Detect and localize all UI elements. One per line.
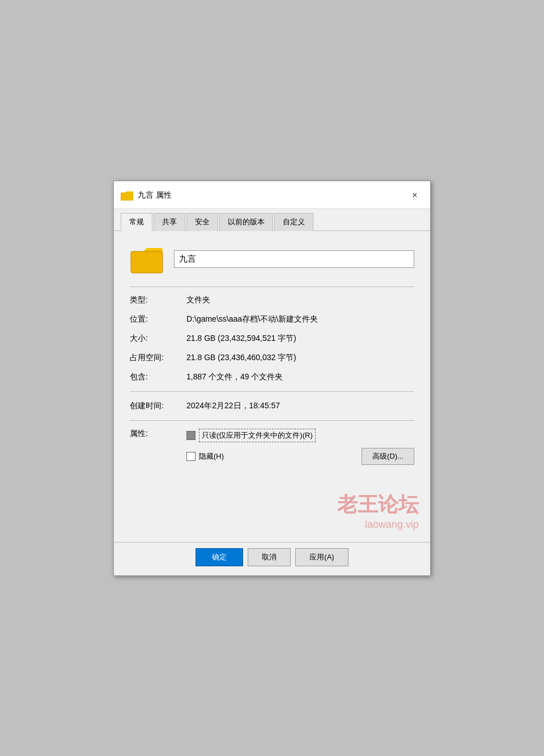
type-value: 文件夹	[186, 295, 414, 305]
readonly-checkbox-group: 只读(仅应用于文件夹中的文件)(R)	[186, 429, 316, 442]
properties-dialog: 九言 属性 × 常规 共享 安全 以前的版本 自定义	[113, 181, 431, 576]
cancel-button[interactable]: 取消	[248, 548, 291, 566]
hidden-checkbox[interactable]	[186, 452, 196, 461]
attr-label: 属性:	[130, 429, 186, 439]
created-label: 创建时间:	[130, 401, 186, 411]
ok-button[interactable]: 确定	[196, 548, 243, 566]
disk-row: 占用空间: 21.8 GB (23,436,460,032 字节)	[130, 353, 414, 363]
svg-rect-1	[121, 193, 133, 200]
attr-label-row: 属性: 只读(仅应用于文件夹中的文件)(R) 隐藏(H)	[130, 429, 414, 465]
location-value: D:\game\ss\aaa存档\不动\新建文件夹	[186, 314, 414, 324]
divider-3	[130, 420, 414, 421]
tab-share[interactable]: 共享	[154, 213, 185, 231]
type-row: 类型: 文件夹	[130, 295, 414, 305]
divider-2	[130, 391, 414, 392]
divider-1	[130, 287, 414, 287]
info-table: 类型: 文件夹 位置: D:\game\ss\aaa存档\不动\新建文件夹 大小…	[130, 295, 414, 382]
apply-button[interactable]: 应用(A)	[295, 548, 348, 566]
created-row: 创建时间: 2024年2月22日，18:45:57	[130, 401, 414, 411]
type-label: 类型:	[130, 295, 186, 305]
hidden-advanced-row: 隐藏(H) 高级(D)...	[186, 448, 414, 465]
disk-label: 占用空间:	[130, 353, 186, 363]
size-row: 大小: 21.8 GB (23,432,594,521 字节)	[130, 334, 414, 344]
tab-general[interactable]: 常规	[121, 213, 152, 231]
location-row: 位置: D:\game\ss\aaa存档\不动\新建文件夹	[130, 314, 414, 324]
watermark: 老王论坛 laowang.vip	[114, 485, 430, 542]
title-bar-left: 九言 属性	[121, 190, 172, 201]
tab-security[interactable]: 安全	[186, 213, 218, 231]
title-bar: 九言 属性 ×	[114, 181, 430, 209]
readonly-label[interactable]: 只读(仅应用于文件夹中的文件)(R)	[199, 429, 316, 442]
size-value: 21.8 GB (23,432,594,521 字节)	[186, 334, 414, 344]
svg-rect-4	[131, 251, 163, 273]
contains-row: 包含: 1,887 个文件，49 个文件夹	[130, 372, 414, 382]
watermark-line2: laowang.vip	[114, 519, 419, 531]
bottom-buttons: 确定 取消 应用(A)	[114, 542, 430, 575]
size-label: 大小:	[130, 334, 186, 344]
hidden-checkbox-group: 隐藏(H)	[186, 451, 224, 462]
disk-value: 21.8 GB (23,436,460,032 字节)	[186, 353, 414, 363]
contains-label: 包含:	[130, 372, 186, 382]
close-button[interactable]: ×	[406, 187, 423, 204]
tab-customize[interactable]: 自定义	[274, 213, 313, 231]
dialog-title: 九言 属性	[138, 190, 172, 200]
big-folder-icon	[130, 242, 164, 276]
location-label: 位置:	[130, 314, 186, 324]
hidden-label: 隐藏(H)	[199, 451, 224, 462]
created-value: 2024年2月22日，18:45:57	[186, 401, 414, 411]
watermark-line1: 老王论坛	[114, 491, 419, 519]
attr-controls: 只读(仅应用于文件夹中的文件)(R) 隐藏(H) 高级(D)...	[186, 429, 414, 465]
readonly-checkbox[interactable]	[186, 431, 196, 440]
title-folder-icon	[121, 190, 133, 201]
readonly-row: 只读(仅应用于文件夹中的文件)(R)	[186, 429, 414, 442]
folder-header-row	[130, 242, 414, 276]
attributes-section: 属性: 只读(仅应用于文件夹中的文件)(R) 隐藏(H)	[130, 429, 414, 465]
tab-content: 类型: 文件夹 位置: D:\game\ss\aaa存档\不动\新建文件夹 大小…	[114, 231, 430, 485]
tabs-bar: 常规 共享 安全 以前的版本 自定义	[114, 209, 430, 231]
tab-previous-versions[interactable]: 以前的版本	[219, 213, 273, 231]
advanced-button[interactable]: 高级(D)...	[362, 448, 414, 465]
folder-name-input[interactable]	[174, 250, 414, 268]
contains-value: 1,887 个文件，49 个文件夹	[186, 372, 414, 382]
